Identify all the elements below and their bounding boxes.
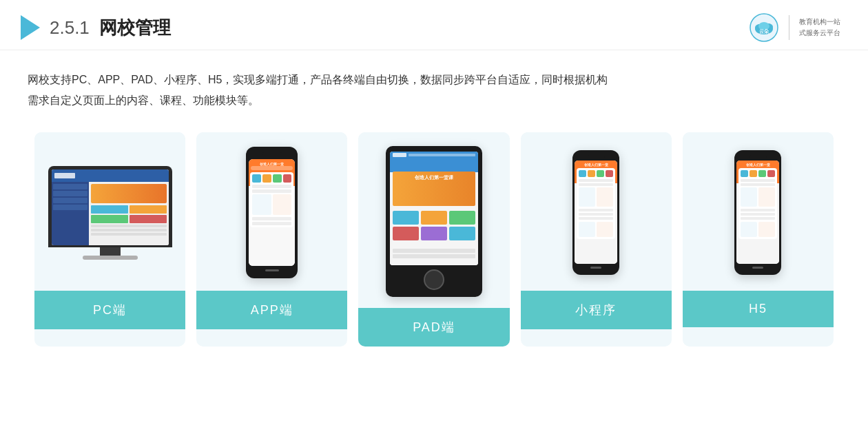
card-pad-image: 创造人们第一堂课 <box>358 132 509 308</box>
phone-screen: 创造人们第一堂 <box>249 159 295 266</box>
brand-divider <box>789 15 789 40</box>
svg-text:云朵: 云朵 <box>759 29 769 34</box>
card-miniprogram-label: 小程序 <box>521 291 672 329</box>
tablet-mockup: 创造人们第一堂课 <box>386 146 482 297</box>
card-pc-image <box>34 132 185 291</box>
phone-screen-content: 创造人们第一堂 <box>249 159 295 266</box>
tablet-screen: 创造人们第一堂课 <box>390 152 478 265</box>
phone-home-button <box>265 269 279 271</box>
card-pc: PC端 <box>34 132 185 347</box>
card-app: 创造人们第一堂 <box>196 132 347 347</box>
brand-logo: 云朵 教育机构一站 式服务云平台 <box>749 12 840 43</box>
tablet-content: 创造人们第一堂课 <box>390 152 478 265</box>
header-left: 2.5.1 网校管理 <box>21 15 171 40</box>
app-phone-mockup: 创造人们第一堂 <box>246 147 298 278</box>
pc-base <box>83 256 138 260</box>
card-pc-label: PC端 <box>34 291 185 329</box>
h5-phone-notch <box>750 155 767 158</box>
tablet-banner: 创造人们第一堂课 <box>393 172 475 206</box>
page-header: 2.5.1 网校管理 云朵 教育机构一站 式服务云平台 <box>0 0 868 50</box>
logo-triangle-icon <box>21 15 40 40</box>
cloud-logo-icon: 云朵 <box>749 12 779 43</box>
card-h5: 创造人们第一堂 <box>683 132 834 347</box>
mini-phone-notch <box>588 155 605 158</box>
platform-cards: PC端 创造人们第一堂 <box>28 132 840 347</box>
card-miniprogram: 创造人们第一堂 <box>521 132 672 347</box>
pc-mockup <box>48 166 172 260</box>
h5-phone-screen: 创造人们第一堂 <box>736 161 779 264</box>
h5-phone-mockup: 创造人们第一堂 <box>734 150 781 275</box>
pc-neck <box>100 247 121 256</box>
card-h5-label: H5 <box>683 291 834 327</box>
card-pad: 创造人们第一堂课 <box>358 132 509 347</box>
mini-phone-screen: 创造人们第一堂 <box>575 161 617 264</box>
main-content: 网校支持PC、APP、PAD、小程序、H5，实现多端打通，产品各终端自由切换，数… <box>0 50 868 360</box>
tablet-grid <box>393 211 475 240</box>
pc-screen-inner <box>52 169 169 245</box>
card-pad-label: PAD端 <box>358 308 509 347</box>
phone-notch <box>262 152 282 156</box>
card-app-image: 创造人们第一堂 <box>196 132 347 291</box>
card-miniprogram-image: 创造人们第一堂 <box>521 132 672 291</box>
card-h5-image: 创造人们第一堂 <box>683 132 834 291</box>
page-title: 2.5.1 网校管理 <box>50 16 171 40</box>
card-app-label: APP端 <box>196 291 347 329</box>
tablet-home-button <box>424 269 444 290</box>
brand-slogan: 教育机构一站 式服务云平台 <box>799 17 840 39</box>
description-text: 网校支持PC、APP、PAD、小程序、H5，实现多端打通，产品各终端自由切换，数… <box>28 70 840 112</box>
miniprogram-phone-mockup: 创造人们第一堂 <box>572 150 619 275</box>
pc-screen-outer <box>48 166 172 247</box>
